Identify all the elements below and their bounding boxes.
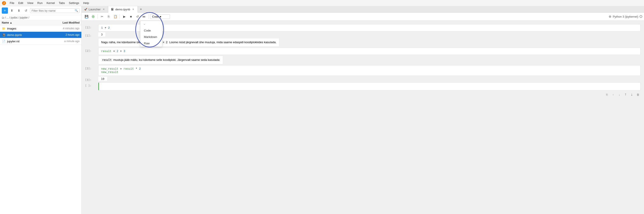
cut-icon: ✂ <box>101 15 103 18</box>
menu-view[interactable]: View <box>25 1 35 5</box>
cell-2-body[interactable]: result = 2 + 3 <box>98 48 640 55</box>
breadcrumb-sep2: / <box>9 16 10 19</box>
notebook-icon: 📓 <box>2 33 6 37</box>
cell-3-output: [3]: 10 <box>85 77 640 82</box>
breadcrumb-dots[interactable]: ... <box>6 16 8 19</box>
file-modified-jupyter-rst: a minute ago <box>49 40 80 43</box>
fast-forward-button[interactable]: ⏭ <box>141 14 147 20</box>
dropdown-item-markdown[interactable]: Markdown <box>140 34 162 40</box>
cell-move-up-btn[interactable]: ↑ <box>610 92 616 98</box>
file-item-demo[interactable]: 📓 demo.ipynb 2 hours ago <box>0 32 81 38</box>
sort-icon: ▲ <box>10 21 12 24</box>
run-icon: ▶ <box>123 15 126 18</box>
tab-demo-close[interactable]: ✕ <box>131 8 135 11</box>
cell-2-var: result <box>101 50 112 53</box>
copy-icon: ⎘ <box>108 15 110 18</box>
cell-markdown-1-number <box>85 38 98 40</box>
refresh-icon: ↺ <box>25 9 27 12</box>
paste-button[interactable]: 📋 <box>112 14 118 20</box>
breadcrumb-folder-icon[interactable]: 🗂 <box>2 16 4 19</box>
cell-1: [1]: 1 + 2 <box>85 24 640 32</box>
cell-move-down-btn[interactable]: ↓ <box>617 92 622 98</box>
upload-icon: ⬆ <box>10 9 13 12</box>
cell-empty-number: [ ]: <box>85 82 98 87</box>
cell-markdown-2-number <box>85 56 98 58</box>
cell-add-above-btn[interactable]: ⤒ <box>623 92 628 98</box>
cell-1-output: [1]: 3 <box>85 32 640 37</box>
menu-help[interactable]: Help <box>81 1 91 5</box>
cell-copy-btn[interactable]: ⎘ <box>604 92 610 98</box>
cell-type-label: Code <box>152 15 159 18</box>
cell-markdown-2-body[interactable]: result muutuja jääb mällu, kui käivitame… <box>98 56 223 64</box>
stop-button[interactable]: ■ <box>128 14 134 20</box>
tab-demo[interactable]: 📓 demo.ipynb ✕ <box>108 6 138 12</box>
add-cell-button[interactable]: ⊕ <box>90 14 96 20</box>
menu-file[interactable]: File <box>8 1 16 5</box>
tab-launcher-close[interactable]: ✕ <box>102 8 105 11</box>
cell-type-select[interactable]: Code ▾ <box>150 14 170 19</box>
file-item-jupyter-rst[interactable]: 📄 jupyter.rst a minute ago <box>0 38 81 44</box>
tab-add-button[interactable]: + <box>138 6 144 12</box>
dropdown-item-code[interactable]: Code <box>140 27 162 34</box>
cell-markdown-2: result muutuja jääb mällu, kui käivitame… <box>85 56 640 64</box>
kernel-info: ⚙ Python 3 (ipykernel) <box>609 15 642 18</box>
download-button[interactable]: ⬇ <box>16 8 22 14</box>
breadcrumb-pydoc[interactable]: pydoc <box>11 16 18 19</box>
toolbar-separator-3 <box>148 14 149 19</box>
refresh-button[interactable]: ↺ <box>23 8 29 14</box>
app-logo: J <box>2 1 6 5</box>
breadcrumb-jupyter[interactable]: jupyter <box>20 16 28 19</box>
search-input[interactable] <box>32 9 75 12</box>
cell-markdown-1-body[interactable]: Nagu näha, me käivitasime üle ... Python… <box>98 38 279 47</box>
tab-demo-label: demo.ipynb <box>115 8 130 11</box>
cell-add-below-btn[interactable]: ⤓ <box>629 92 634 98</box>
paste-icon: 📋 <box>114 15 117 18</box>
cell-3-output-body: 10 <box>98 77 107 81</box>
markdown-result-code: result <box>101 58 112 62</box>
cell-empty-body[interactable] <box>98 82 640 90</box>
toolbar-separator-2 <box>120 14 120 19</box>
file-item-images[interactable]: 📁 images 4 minutes ago <box>0 25 81 32</box>
cut-button[interactable]: ✂ <box>99 14 105 20</box>
gear-icon[interactable]: ⚙ <box>609 15 612 18</box>
menubar: J File Edit View Run Kernel Tabs Setting… <box>0 0 644 6</box>
menu-edit[interactable]: Edit <box>16 1 25 5</box>
search-box[interactable]: 🔍 <box>30 8 80 13</box>
file-icon: 📄 <box>2 39 6 43</box>
tabs-bar: 🚀 Launcher ✕ 📓 demo.ipynb ✕ + <box>82 6 644 12</box>
menu-tabs[interactable]: Tabs <box>57 1 66 5</box>
menu-kernel[interactable]: Kernel <box>45 1 57 5</box>
kernel-name: Python 3 (ipykernel) <box>613 15 638 18</box>
markdown-text-2: Loome nüüd järgnevalt ühe muutuja, mida … <box>169 40 276 44</box>
sidebar-toolbar: + ⬆ ⬇ ↺ 🔍 <box>0 6 81 15</box>
tab-launcher[interactable]: 🚀 Launcher ✕ <box>82 6 108 12</box>
add-cell-icon: ⊕ <box>92 14 95 19</box>
svg-text:J: J <box>3 2 5 4</box>
new-button[interactable]: + <box>2 8 8 14</box>
cell-delete-btn[interactable]: 🗑 <box>635 92 640 98</box>
fast-forward-icon: ⏭ <box>142 15 146 18</box>
col-name[interactable]: Name ▲ <box>2 21 49 24</box>
col-modified: Last Modified <box>49 21 80 24</box>
upload-button[interactable]: ⬆ <box>9 8 15 14</box>
menu-run[interactable]: Run <box>36 1 44 5</box>
copy-button[interactable]: ⎘ <box>106 14 112 20</box>
breadcrumb-sep: / <box>5 16 6 19</box>
cell-type-dropdown: - Code Markdown Raw <box>140 21 162 47</box>
cell-3-output-number: [3]: <box>85 77 98 82</box>
dropdown-item-raw[interactable]: Raw <box>140 40 162 46</box>
file-name-demo: demo.ipynb <box>7 33 49 36</box>
cell-3-body[interactable]: new_result = result * 2 new_result <box>98 65 640 76</box>
cell-1-body[interactable]: 1 + 2 <box>98 24 640 32</box>
run-button[interactable]: ▶ <box>121 14 128 20</box>
dropdown-item-dash[interactable]: - <box>140 21 162 27</box>
markdown-text-1: Nagu näha, me käivitasime üle <box>101 40 140 44</box>
breadcrumb: 🗂 / ... / pydoc / jupyter / <box>0 15 81 20</box>
restart-button[interactable]: ↺ <box>134 14 140 20</box>
file-list-header: Name ▲ Last Modified <box>0 20 81 25</box>
save-button[interactable]: 💾 <box>83 14 90 20</box>
menu-settings[interactable]: Settings <box>67 1 81 5</box>
breadcrumb-sep3: / <box>18 16 19 19</box>
download-icon: ⬇ <box>18 9 20 12</box>
notebook-area: 🚀 Launcher ✕ 📓 demo.ipynb ✕ + 💾 ⊕ ✂ <box>82 6 644 214</box>
